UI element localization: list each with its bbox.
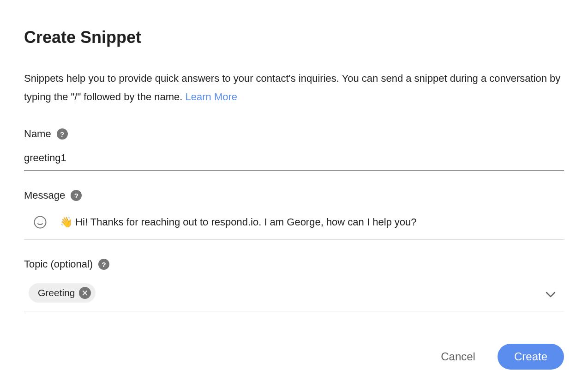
message-input[interactable]: 👋 Hi! Thanks for reaching out to respond… <box>60 216 564 228</box>
chevron-down-icon[interactable] <box>546 288 564 298</box>
learn-more-link[interactable]: Learn More <box>186 91 238 103</box>
svg-point-2 <box>42 221 43 222</box>
topic-label: Topic (optional) <box>24 258 93 270</box>
topic-select[interactable]: Greeting <box>24 279 564 311</box>
help-icon[interactable]: ? <box>57 128 68 140</box>
description-body: Snippets help you to provide quick answe… <box>24 73 560 103</box>
page-title: Create Snippet <box>24 28 564 47</box>
topic-field-group: Topic (optional) ? Greeting <box>24 258 564 311</box>
name-field-group: Name ? <box>24 128 564 171</box>
name-label-row: Name ? <box>24 128 564 140</box>
actions-row: Cancel Create <box>24 344 564 370</box>
topic-chips: Greeting <box>29 283 96 303</box>
name-label: Name <box>24 128 51 140</box>
svg-point-1 <box>38 221 39 222</box>
topic-label-row: Topic (optional) ? <box>24 258 564 270</box>
message-field-group: Message ? 👋 Hi! Thanks for reaching out … <box>24 189 564 240</box>
smiley-icon[interactable] <box>33 215 47 229</box>
description-text: Snippets help you to provide quick answe… <box>24 69 564 106</box>
close-icon[interactable] <box>79 287 91 299</box>
svg-point-0 <box>35 217 46 228</box>
create-button[interactable]: Create <box>498 344 564 370</box>
message-label: Message <box>24 189 65 201</box>
topic-chip: Greeting <box>29 283 96 303</box>
help-icon[interactable]: ? <box>98 259 109 270</box>
cancel-button[interactable]: Cancel <box>437 345 479 369</box>
message-label-row: Message ? <box>24 189 564 201</box>
name-input[interactable] <box>24 148 564 171</box>
chip-label: Greeting <box>38 287 75 298</box>
help-icon[interactable]: ? <box>71 190 82 201</box>
message-row: 👋 Hi! Thanks for reaching out to respond… <box>24 210 564 240</box>
